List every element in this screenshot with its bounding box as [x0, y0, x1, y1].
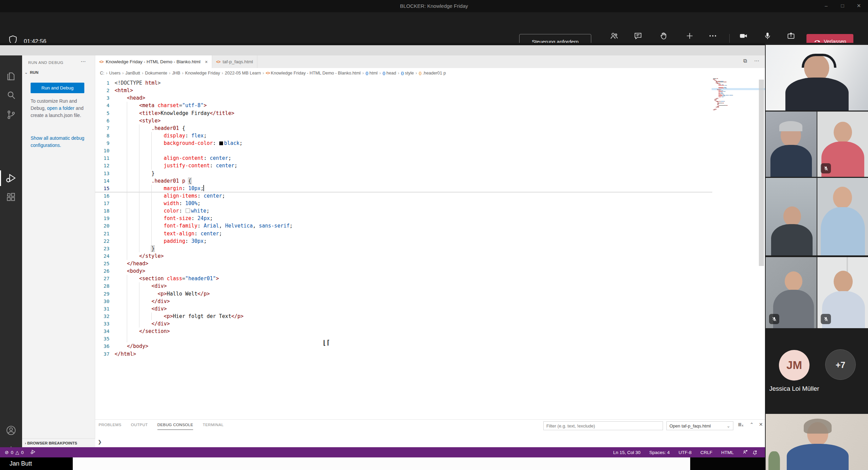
- code-line[interactable]: 8 display: flex;: [95, 132, 712, 139]
- code-line[interactable]: 29 <p>Hallo Welt</p>: [95, 290, 712, 298]
- explorer-icon[interactable]: [5, 71, 17, 82]
- code-line[interactable]: 10: [95, 147, 712, 154]
- status-item[interactable]: Ln 15, Col 30: [613, 450, 640, 455]
- code-line[interactable]: 1<!DOCTYPE html>: [95, 79, 712, 87]
- overflow-participants-badge[interactable]: +7: [825, 349, 856, 380]
- breadcrumb-item[interactable]: {}style: [401, 70, 414, 75]
- code-line[interactable]: 31 <div>: [95, 305, 712, 313]
- code-line[interactable]: 26 <body>: [95, 267, 712, 275]
- account-icon[interactable]: [5, 425, 17, 436]
- breadcrumb[interactable]: C:›Users›JanButt›Dokumente›JHB›Knowledge…: [95, 68, 765, 78]
- code-line[interactable]: 6 <style>: [95, 117, 712, 124]
- run-section-header[interactable]: ⌄ RUN: [24, 70, 38, 75]
- run-and-debug-button[interactable]: Run and Debug: [31, 83, 84, 93]
- extensions-icon[interactable]: [5, 191, 17, 203]
- code-line[interactable]: 16 align-items: center;: [95, 192, 712, 200]
- window-maximize-icon[interactable]: □: [837, 1, 848, 10]
- editor-tab[interactable]: <>taf-p_faqs.html: [212, 55, 257, 68]
- editor-scrollbar[interactable]: [759, 80, 764, 266]
- status-item[interactable]: UTF-8: [679, 450, 692, 455]
- participant-video-tile[interactable]: [766, 178, 817, 255]
- code-line[interactable]: 3 <head>: [95, 94, 712, 102]
- status-item[interactable]: HTML: [721, 450, 734, 455]
- breadcrumb-item[interactable]: <>Knowledge Friday - HTML Demo - Blanko.…: [266, 70, 361, 75]
- code-line[interactable]: 11 align-content: center;: [95, 154, 712, 162]
- code-line[interactable]: 13 }: [95, 170, 712, 177]
- code-line[interactable]: 33 </div>: [95, 320, 712, 328]
- warnings-icon[interactable]: △: [15, 450, 19, 455]
- window-close-icon[interactable]: ✕: [854, 1, 864, 10]
- code-line[interactable]: 23 }: [95, 245, 712, 252]
- breadcrumb-item[interactable]: Dokumente: [145, 70, 167, 75]
- code-line[interactable]: 2<html>: [95, 87, 712, 94]
- code-line[interactable]: 25 </head>: [95, 260, 712, 267]
- participant-video-tile[interactable]: [766, 257, 817, 328]
- code-line[interactable]: 19 font-size: 24px;: [95, 215, 712, 222]
- breadcrumb-item[interactable]: Users: [109, 70, 120, 75]
- code-line[interactable]: 20 font-family: Arial, Helvetica, sans-s…: [95, 222, 712, 230]
- code-line[interactable]: 24 </style>: [95, 252, 712, 260]
- source-control-icon[interactable]: [5, 109, 17, 120]
- participant-video-tile[interactable]: [766, 414, 868, 470]
- code-line[interactable]: 17 width: 100%;: [95, 200, 712, 207]
- editor-tab[interactable]: <>Knowledge Friday - HTML Demo - Blanko.…: [95, 55, 212, 68]
- sidebar-more-actions-icon[interactable]: ⋯: [81, 58, 86, 65]
- feedback-icon[interactable]: [743, 449, 748, 456]
- code-line[interactable]: 22 padding: 30px;: [95, 237, 712, 245]
- participant-avatar[interactable]: JM: [779, 350, 810, 381]
- notifications-bell-icon[interactable]: [752, 447, 758, 457]
- panel-tab-debug-console[interactable]: DEBUG CONSOLE: [157, 420, 193, 430]
- console-target-dropdown[interactable]: Open taf-p_faqs.html⌄: [666, 421, 733, 430]
- code-line[interactable]: 4 <meta charset="utf-8">: [95, 102, 712, 109]
- show-debug-configs-link[interactable]: Show all automatic debug configurations.: [31, 135, 89, 149]
- window-minimize-icon[interactable]: –: [821, 1, 831, 10]
- minimap[interactable]: [712, 78, 765, 119]
- color-swatch[interactable]: [186, 208, 190, 213]
- editor-more-actions-icon[interactable]: ⋯: [754, 58, 759, 64]
- code-line[interactable]: 28 <div>: [95, 282, 712, 290]
- run-debug-icon[interactable]: [5, 172, 17, 184]
- code-line[interactable]: 27 <section class="header01">: [95, 275, 712, 282]
- code-line[interactable]: 36 </body>: [95, 342, 712, 350]
- participant-video-tile[interactable]: [817, 178, 868, 255]
- breadcrumb-item[interactable]: {}html: [365, 70, 378, 75]
- code-line[interactable]: 9 background-color: black;: [95, 139, 712, 147]
- code-editor[interactable]: 1<!DOCTYPE html>2<html>3 <head>4 <meta c…: [95, 78, 765, 419]
- search-icon[interactable]: [5, 89, 17, 101]
- participant-video-tile[interactable]: [766, 45, 868, 111]
- maximize-panel-icon[interactable]: ⌃: [750, 422, 754, 427]
- code-line[interactable]: 34 </section>: [95, 328, 712, 335]
- close-tab-icon[interactable]: ×: [205, 59, 208, 65]
- code-line[interactable]: 18 color: white;: [95, 207, 712, 215]
- console-filter-input[interactable]: [543, 421, 663, 430]
- errors-icon[interactable]: ⊘: [5, 450, 9, 455]
- code-line[interactable]: 14 .header01 p {: [95, 177, 712, 185]
- browser-breakpoints-section[interactable]: › BROWSER BREAKPOINTS: [22, 438, 95, 447]
- breadcrumb-item[interactable]: Knowledge Friday: [185, 70, 220, 75]
- participant-video-tile[interactable]: [817, 257, 868, 328]
- breadcrumb-item[interactable]: 2022-05 MB Learn: [225, 70, 261, 75]
- clear-console-icon[interactable]: ≣ₓ: [738, 422, 743, 427]
- panel-tab-terminal[interactable]: TERMINAL: [203, 420, 223, 430]
- debug-status-icon[interactable]: [31, 449, 36, 455]
- panel-tab-problems[interactable]: PROBLEMS: [99, 420, 121, 430]
- errors-count[interactable]: 0: [11, 450, 14, 455]
- status-item[interactable]: Spaces: 4: [649, 450, 670, 455]
- breadcrumb-item[interactable]: {}head: [382, 70, 396, 75]
- code-line[interactable]: 30 </div>: [95, 298, 712, 305]
- breadcrumb-item[interactable]: C:: [100, 70, 104, 75]
- breadcrumb-item[interactable]: {}.header01 p: [419, 70, 446, 75]
- code-line[interactable]: 37</html>: [95, 350, 712, 358]
- breadcrumb-item[interactable]: JanButt: [125, 70, 140, 75]
- breadcrumb-item[interactable]: JHB: [172, 70, 180, 75]
- participant-video-tile[interactable]: [766, 112, 817, 177]
- console-prompt-icon[interactable]: ❯: [98, 439, 102, 444]
- code-line[interactable]: 12 justify-content: center;: [95, 162, 712, 169]
- code-line[interactable]: 15 margin: 10px;: [95, 185, 712, 192]
- participant-video-tile[interactable]: [817, 112, 868, 177]
- split-editor-icon[interactable]: ⧉: [743, 58, 747, 64]
- color-swatch[interactable]: [219, 141, 223, 145]
- close-panel-icon[interactable]: ✕: [759, 422, 763, 427]
- status-item[interactable]: CRLF: [700, 450, 712, 455]
- warnings-count[interactable]: 0: [21, 450, 24, 455]
